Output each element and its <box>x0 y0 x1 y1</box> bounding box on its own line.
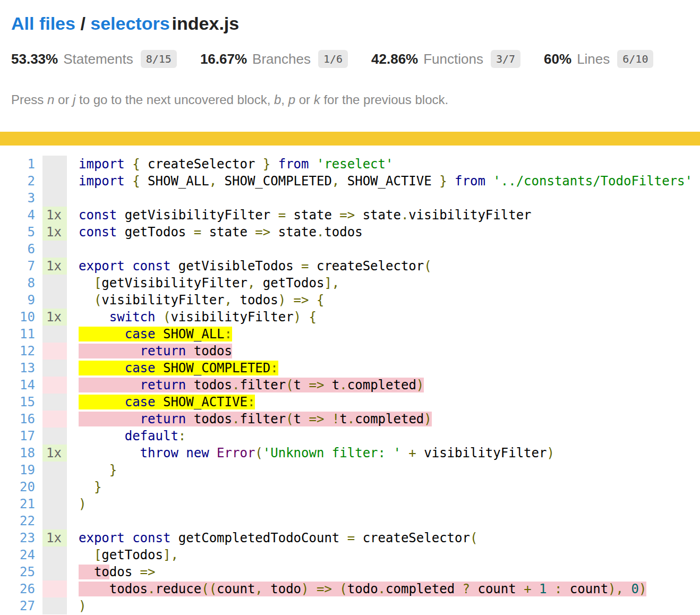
uncovered-branch-token <box>79 395 125 409</box>
code-line: 71xexport const getVisibleTodos = create… <box>0 258 700 275</box>
uncovered-statement-token: => <box>309 412 325 426</box>
hint-text: for the previous block. <box>320 92 448 107</box>
code-token: dos <box>109 565 140 579</box>
uncovered-statement-token: + <box>524 582 531 596</box>
code-token: , <box>225 293 232 308</box>
code-text: return todos.filter(t => t.completed) <box>79 377 424 394</box>
code-token: SHOW_ACTIVE <box>339 174 439 189</box>
code-token <box>79 463 109 477</box>
uncovered-branch-token: : <box>270 361 278 375</box>
stat-functions-label: Functions <box>423 51 483 67</box>
code-token: , <box>209 174 217 189</box>
uncovered-statement-token: count <box>470 582 524 596</box>
uncovered-statement-token: count <box>562 582 608 596</box>
coverage-count <box>42 394 67 411</box>
line-number: 10 <box>0 309 38 326</box>
coverage-count <box>42 190 67 207</box>
breadcrumb-link-folder[interactable]: selectors <box>90 13 169 33</box>
code-line: 24 [getTodos], <box>0 546 700 563</box>
code-token: const <box>79 225 117 240</box>
line-number: 9 <box>0 292 38 309</box>
line-number: 6 <box>0 241 38 258</box>
line-number: 26 <box>0 580 38 597</box>
uncovered-statement-token: : <box>554 582 562 596</box>
uncovered-statement-token: reduce <box>156 582 202 596</box>
breadcrumb-link-all-files[interactable]: All files <box>11 13 75 33</box>
code-token: new <box>186 446 209 460</box>
code-text: case SHOW_ALL: <box>79 326 232 343</box>
code-line: 1import { createSelector } from 'reselec… <box>0 156 700 173</box>
uncovered-statement-token: . <box>232 378 240 392</box>
uncovered-statement-token: ( <box>286 378 293 392</box>
line-number: 8 <box>0 275 38 292</box>
code-token: getVisibilityFilter <box>101 276 247 291</box>
code-token: from <box>455 174 485 189</box>
coverage-count <box>42 479 67 496</box>
code-token: todos <box>324 225 362 240</box>
uncovered-statement-token: todos <box>186 378 232 392</box>
code-text: ) <box>79 597 86 614</box>
code-text: [getTodos], <box>79 546 178 563</box>
stat-lines-label: Lines <box>577 51 610 67</box>
code-token: = <box>278 208 286 223</box>
uncovered-statement-token: . <box>232 412 240 426</box>
code-token: ( <box>94 293 101 308</box>
line-number: 22 <box>0 512 38 529</box>
code-line: 11 case SHOW_ALL: <box>0 326 700 343</box>
code-text: (visibilityFilter, todos) => { <box>79 292 324 309</box>
uncovered-statement-token: t <box>339 412 347 426</box>
uncovered-statement-token <box>79 344 140 358</box>
code-token <box>125 174 132 189</box>
stat-branches-fraction-badge: 1/6 <box>318 50 348 68</box>
uncovered-statement-token: => <box>317 582 332 596</box>
code-text: import { createSelector } from 'reselect… <box>79 156 393 173</box>
code-line: 22 <box>0 512 700 529</box>
line-number: 12 <box>0 343 38 360</box>
uncovered-statement-token <box>547 582 554 596</box>
code-token <box>309 293 317 308</box>
uncovered-statement-token: return <box>140 412 186 426</box>
uncovered-statement-token: completed <box>386 582 463 596</box>
code-area: 1import { createSelector } from 'reselec… <box>0 156 700 614</box>
code-text: return todos.filter(t => !t.completed) <box>79 411 432 428</box>
code-token: throw <box>140 446 178 460</box>
line-number: 13 <box>0 360 38 377</box>
coverage-count <box>42 411 67 428</box>
code-token <box>79 548 94 562</box>
code-line: 13 case SHOW_COMPLETED: <box>0 360 700 377</box>
code-token: } <box>109 463 117 477</box>
code-token: visibilityFilter <box>408 208 531 223</box>
code-token: [ <box>94 548 101 562</box>
code-line: 15 case SHOW_ACTIVE: <box>0 394 700 411</box>
code-text: import { SHOW_ALL, SHOW_COMPLETED, SHOW_… <box>79 173 693 190</box>
uncovered-statement-token: completed <box>355 412 424 426</box>
code-token <box>286 293 293 308</box>
code-token: createSelector <box>140 157 263 172</box>
code-token <box>301 310 309 324</box>
code-token: } <box>94 480 101 494</box>
code-token: getTodos <box>101 548 163 562</box>
uncovered-branch-token: case <box>125 361 156 375</box>
code-token: ) <box>547 446 554 460</box>
stat-lines: 60% Lines 6/10 <box>544 50 653 68</box>
code-token: ( <box>255 446 262 460</box>
stat-branches-label: Branches <box>252 51 311 67</box>
code-token: '../constants/TodoFilters' <box>493 174 693 189</box>
code-token: default <box>125 429 178 443</box>
uncovered-statement-token <box>624 582 631 596</box>
coverage-count: 1x <box>42 309 67 326</box>
uncovered-statement-token: ) <box>416 378 424 392</box>
coverage-count <box>42 546 67 563</box>
line-number: 14 <box>0 377 38 394</box>
uncovered-statement-token: , <box>255 582 262 596</box>
code-line: 16 return todos.filter(t => !t.completed… <box>0 411 700 428</box>
code-token <box>156 310 163 324</box>
code-token <box>485 174 493 189</box>
uncovered-statement-token: ) <box>301 582 309 596</box>
code-line: 25 todos => <box>0 563 700 580</box>
coverage-report-page: All files / selectorsindex.js 53.33% Sta… <box>0 0 700 615</box>
code-text: case SHOW_COMPLETED: <box>79 360 278 377</box>
code-token: 'Unknown filter: ' <box>263 446 401 460</box>
hint-text: , <box>281 92 288 107</box>
code-token: export <box>79 259 125 274</box>
